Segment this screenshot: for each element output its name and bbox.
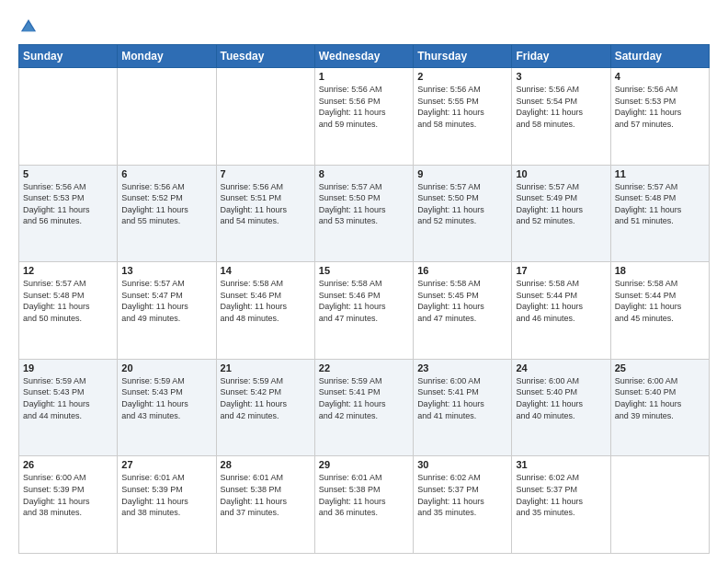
logo-icon: [18, 17, 39, 37]
calendar-cell: 17Sunrise: 5:58 AM Sunset: 5:44 PM Dayli…: [512, 262, 610, 360]
day-number: 4: [615, 71, 705, 82]
calendar-table: SundayMondayTuesdayWednesdayThursdayFrid…: [18, 44, 710, 554]
weekday-header-friday: Friday: [512, 45, 610, 68]
calendar-cell: 14Sunrise: 5:58 AM Sunset: 5:46 PM Dayli…: [216, 262, 314, 360]
day-number: 28: [221, 459, 311, 470]
day-info: Sunrise: 6:00 AM Sunset: 5:41 PM Dayligh…: [417, 375, 507, 421]
day-info: Sunrise: 5:59 AM Sunset: 5:43 PM Dayligh…: [23, 375, 113, 421]
calendar-cell: 6Sunrise: 5:56 AM Sunset: 5:52 PM Daylig…: [118, 165, 216, 262]
day-number: 14: [221, 265, 311, 276]
day-number: 27: [121, 459, 211, 470]
calendar-cell: 7Sunrise: 5:56 AM Sunset: 5:51 PM Daylig…: [216, 165, 314, 262]
day-info: Sunrise: 5:57 AM Sunset: 5:50 PM Dayligh…: [417, 181, 507, 227]
day-number: 3: [516, 71, 606, 82]
day-info: Sunrise: 6:00 AM Sunset: 5:39 PM Dayligh…: [23, 472, 113, 518]
day-info: Sunrise: 5:56 AM Sunset: 5:56 PM Dayligh…: [319, 84, 409, 130]
weekday-header-sunday: Sunday: [19, 45, 118, 68]
weekday-header-wednesday: Wednesday: [314, 45, 413, 68]
calendar-cell: 8Sunrise: 5:57 AM Sunset: 5:50 PM Daylig…: [314, 165, 413, 262]
calendar-cell: 23Sunrise: 6:00 AM Sunset: 5:41 PM Dayli…: [414, 359, 512, 456]
calendar-week-2: 5Sunrise: 5:56 AM Sunset: 5:53 PM Daylig…: [19, 165, 710, 262]
calendar-cell: 20Sunrise: 5:59 AM Sunset: 5:43 PM Dayli…: [118, 359, 216, 456]
calendar-cell: 16Sunrise: 5:58 AM Sunset: 5:45 PM Dayli…: [414, 262, 512, 360]
day-info: Sunrise: 6:01 AM Sunset: 5:38 PM Dayligh…: [221, 472, 311, 518]
calendar-cell: 27Sunrise: 6:01 AM Sunset: 5:39 PM Dayli…: [118, 456, 216, 554]
day-info: Sunrise: 5:59 AM Sunset: 5:41 PM Dayligh…: [319, 375, 409, 421]
calendar-cell: 3Sunrise: 5:56 AM Sunset: 5:54 PM Daylig…: [512, 68, 610, 166]
day-number: 10: [516, 168, 606, 179]
calendar-cell: [216, 68, 314, 166]
weekday-header-tuesday: Tuesday: [216, 45, 314, 68]
calendar-cell: 10Sunrise: 5:57 AM Sunset: 5:49 PM Dayli…: [512, 165, 610, 262]
day-number: 15: [319, 265, 409, 276]
calendar-cell: 13Sunrise: 5:57 AM Sunset: 5:47 PM Dayli…: [118, 262, 216, 360]
day-info: Sunrise: 6:02 AM Sunset: 5:37 PM Dayligh…: [516, 472, 606, 518]
day-info: Sunrise: 5:57 AM Sunset: 5:47 PM Dayligh…: [121, 278, 211, 324]
day-number: 24: [516, 362, 606, 373]
day-number: 12: [23, 265, 113, 276]
calendar-cell: 9Sunrise: 5:57 AM Sunset: 5:50 PM Daylig…: [414, 165, 512, 262]
day-info: Sunrise: 5:56 AM Sunset: 5:55 PM Dayligh…: [417, 84, 507, 130]
day-info: Sunrise: 5:59 AM Sunset: 5:43 PM Dayligh…: [121, 375, 211, 421]
calendar-week-5: 26Sunrise: 6:00 AM Sunset: 5:39 PM Dayli…: [19, 456, 710, 554]
day-info: Sunrise: 5:57 AM Sunset: 5:48 PM Dayligh…: [615, 181, 705, 227]
day-info: Sunrise: 5:56 AM Sunset: 5:53 PM Dayligh…: [23, 181, 113, 227]
day-info: Sunrise: 5:56 AM Sunset: 5:52 PM Dayligh…: [121, 181, 211, 227]
day-number: 13: [121, 265, 211, 276]
day-number: 26: [23, 459, 113, 470]
day-number: 17: [516, 265, 606, 276]
day-number: 30: [417, 459, 507, 470]
calendar-week-1: 1Sunrise: 5:56 AM Sunset: 5:56 PM Daylig…: [19, 68, 710, 166]
page: SundayMondayTuesdayWednesdayThursdayFrid…: [0, 0, 728, 563]
day-info: Sunrise: 5:57 AM Sunset: 5:48 PM Dayligh…: [23, 278, 113, 324]
calendar-cell: 11Sunrise: 5:57 AM Sunset: 5:48 PM Dayli…: [610, 165, 709, 262]
calendar-cell: 4Sunrise: 5:56 AM Sunset: 5:53 PM Daylig…: [610, 68, 709, 166]
day-info: Sunrise: 5:59 AM Sunset: 5:42 PM Dayligh…: [221, 375, 311, 421]
calendar-cell: 29Sunrise: 6:01 AM Sunset: 5:38 PM Dayli…: [314, 456, 413, 554]
calendar-cell: 31Sunrise: 6:02 AM Sunset: 5:37 PM Dayli…: [512, 456, 610, 554]
day-number: 1: [319, 71, 409, 82]
calendar-cell: [118, 68, 216, 166]
day-info: Sunrise: 5:58 AM Sunset: 5:45 PM Dayligh…: [417, 278, 507, 324]
day-number: 23: [417, 362, 507, 373]
day-number: 21: [221, 362, 311, 373]
day-info: Sunrise: 6:00 AM Sunset: 5:40 PM Dayligh…: [516, 375, 606, 421]
day-info: Sunrise: 5:58 AM Sunset: 5:46 PM Dayligh…: [221, 278, 311, 324]
calendar-cell: [19, 68, 118, 166]
header: [18, 17, 710, 37]
weekday-header-thursday: Thursday: [414, 45, 512, 68]
calendar-cell: 22Sunrise: 5:59 AM Sunset: 5:41 PM Dayli…: [314, 359, 413, 456]
day-number: 11: [615, 168, 705, 179]
logo: [18, 17, 42, 37]
day-number: 16: [417, 265, 507, 276]
day-number: 20: [121, 362, 211, 373]
calendar-cell: 30Sunrise: 6:02 AM Sunset: 5:37 PM Dayli…: [414, 456, 512, 554]
calendar-cell: [610, 456, 709, 554]
day-info: Sunrise: 6:02 AM Sunset: 5:37 PM Dayligh…: [417, 472, 507, 518]
day-info: Sunrise: 5:56 AM Sunset: 5:54 PM Dayligh…: [516, 84, 606, 130]
day-number: 5: [23, 168, 113, 179]
day-number: 6: [121, 168, 211, 179]
calendar-cell: 5Sunrise: 5:56 AM Sunset: 5:53 PM Daylig…: [19, 165, 118, 262]
calendar-header-row: SundayMondayTuesdayWednesdayThursdayFrid…: [19, 45, 710, 68]
calendar-cell: 28Sunrise: 6:01 AM Sunset: 5:38 PM Dayli…: [216, 456, 314, 554]
day-info: Sunrise: 5:58 AM Sunset: 5:44 PM Dayligh…: [516, 278, 606, 324]
day-info: Sunrise: 6:00 AM Sunset: 5:40 PM Dayligh…: [615, 375, 705, 421]
calendar-cell: 15Sunrise: 5:58 AM Sunset: 5:46 PM Dayli…: [314, 262, 413, 360]
calendar-cell: 2Sunrise: 5:56 AM Sunset: 5:55 PM Daylig…: [414, 68, 512, 166]
calendar-cell: 26Sunrise: 6:00 AM Sunset: 5:39 PM Dayli…: [19, 456, 118, 554]
day-number: 29: [319, 459, 409, 470]
calendar-cell: 25Sunrise: 6:00 AM Sunset: 5:40 PM Dayli…: [610, 359, 709, 456]
day-number: 31: [516, 459, 606, 470]
calendar-cell: 21Sunrise: 5:59 AM Sunset: 5:42 PM Dayli…: [216, 359, 314, 456]
day-info: Sunrise: 5:56 AM Sunset: 5:51 PM Dayligh…: [221, 181, 311, 227]
day-info: Sunrise: 5:56 AM Sunset: 5:53 PM Dayligh…: [615, 84, 705, 130]
calendar-cell: 1Sunrise: 5:56 AM Sunset: 5:56 PM Daylig…: [314, 68, 413, 166]
day-info: Sunrise: 6:01 AM Sunset: 5:39 PM Dayligh…: [121, 472, 211, 518]
day-info: Sunrise: 5:57 AM Sunset: 5:50 PM Dayligh…: [319, 181, 409, 227]
day-number: 7: [221, 168, 311, 179]
day-number: 8: [319, 168, 409, 179]
day-info: Sunrise: 5:58 AM Sunset: 5:46 PM Dayligh…: [319, 278, 409, 324]
day-info: Sunrise: 5:58 AM Sunset: 5:44 PM Dayligh…: [615, 278, 705, 324]
day-number: 9: [417, 168, 507, 179]
